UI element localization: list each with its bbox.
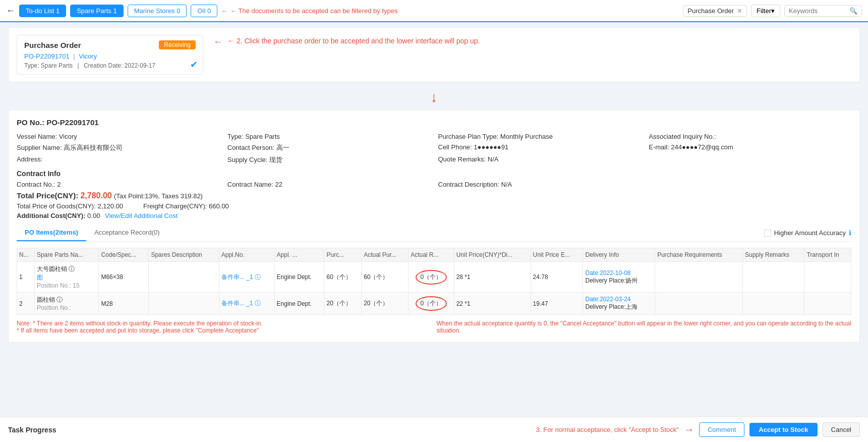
email-value: 244●●●●72@qq.com (671, 143, 733, 151)
row1-spares-desc (149, 262, 219, 293)
plan-type-value: Monthly Purchase (500, 133, 553, 140)
row1-img-icon: 图 (37, 273, 97, 282)
row2-actual-r[interactable]: 0（个） (409, 293, 454, 315)
row1-purchase-req (655, 262, 743, 293)
quote-remarks-value: N/A (488, 155, 499, 163)
filter-hint-text: ← The documents to be accepted can be fi… (230, 7, 397, 15)
po-card-id[interactable]: PO-P22091701 (24, 52, 70, 60)
row2-code: M28 (99, 293, 149, 315)
info-grid-2: Supplier Name: 高乐高科技有限公司 Contact Person:… (17, 143, 851, 152)
row2-purchase-req (655, 293, 743, 315)
po-card-supplier[interactable]: Vicory (79, 52, 97, 60)
po-card-header: Purchase Order Receiving (24, 40, 196, 49)
info-grid-3: Address: Supply Cycle: 现货 Quote Remarks:… (17, 155, 851, 164)
col-spares-desc: Spares Description (149, 248, 219, 262)
po-card[interactable]: Purchase Order Receiving PO-P22091701 | … (17, 35, 203, 75)
tab-list: PO Items(2items) Acceptance Record(0) (17, 225, 168, 241)
items-table: N... Spare Parts Na... Code/Spec... Spar… (17, 248, 851, 315)
goods-price: Total Price of Goods(CNY): 2,120.00 (17, 202, 123, 210)
row1-position: Position No.: 15 (37, 282, 97, 289)
filter-button[interactable]: Filter▾ (751, 5, 780, 17)
quote-remarks-info: Quote Remarks: N/A (438, 155, 641, 164)
row2-spare-name: 圆柱销 ⓘ (37, 296, 97, 304)
row1-appl-no[interactable]: 备件串... _1 ⓘ (219, 262, 274, 293)
row2-unit-price-di: 22 *1 (454, 293, 531, 315)
back-button[interactable]: ← (6, 6, 15, 16)
po-card-check-icon: ✔ (190, 59, 198, 70)
vessel-value: Vicory (59, 133, 77, 140)
contract-grid: Contract No.: 2 Contract Name: 22 Contra… (17, 181, 851, 188)
supplier-info: Supplier Name: 高乐高科技有限公司 (17, 143, 219, 152)
col-no: N... (17, 248, 35, 262)
contract-no-value: 2 (57, 181, 61, 188)
tabs-row: PO Items(2items) Acceptance Record(0) Hi… (17, 225, 851, 242)
supply-cycle-label: Supply Cycle: (227, 156, 267, 163)
po-filter-close-icon[interactable]: ✕ (737, 7, 742, 15)
cell-info: Cell Phone: 1●●●●●●91 (438, 143, 641, 152)
col-appl-no: Appl.No. (219, 248, 274, 262)
email-label: E-mail: (649, 143, 669, 151)
filter-hint: ← ← The documents to be accepted can be … (221, 7, 397, 15)
address-info: Address: (17, 155, 219, 164)
po-card-creation-label: Creation Date: (84, 62, 123, 69)
search-input[interactable] (789, 7, 849, 15)
row2-delivery: Date:2022-03-24 Delivery Place:上海 (583, 293, 655, 315)
total-price-row: Total Price(CNY): 2,780.00 (Tax Point:13… (17, 191, 851, 200)
row2-supply-remarks (742, 293, 804, 315)
plan-type-info: Purchase Plan Type: Monthly Purchase (438, 133, 641, 140)
row2-actual-pur: 20（个） (362, 293, 409, 315)
row2-qty-circle: 0（个） (416, 296, 447, 311)
tab-marine-stores[interactable]: Marine Stores 0 (128, 5, 187, 17)
supplier-label: Supplier Name: (17, 144, 62, 151)
po-card-id-row: PO-P22091701 | Vicory (24, 52, 196, 60)
search-icon[interactable]: 🔍 (849, 7, 857, 15)
row1-actual-pur: 60（个） (362, 262, 409, 293)
row1-actual-r[interactable]: 0（个） (409, 262, 454, 293)
freight-charge: Freight Charge(CNY): 660.00 (143, 202, 229, 210)
top-bar: ← To-do List 1 Spare Parts 1 Marine Stor… (0, 0, 868, 22)
row1-delivery-place: Delivery Place:扬州 (585, 277, 653, 285)
tab-acceptance-record[interactable]: Acceptance Record(0) (86, 225, 167, 241)
additional-cost-label: Additional Cost(CNY): (17, 212, 85, 219)
contract-name-value: 22 (275, 181, 282, 188)
quote-remarks-label: Quote Remarks: (438, 155, 486, 163)
freight-value: 660.00 (209, 202, 229, 210)
tab-todo[interactable]: To-do List 1 (19, 5, 66, 17)
row1-purc: 60（个） (324, 262, 362, 293)
row2-unit-price-e: 19.47 (531, 293, 583, 315)
tab-spare-parts[interactable]: Spare Parts 1 (70, 5, 124, 17)
contact-value: 高一 (276, 144, 290, 151)
total-price-label: Total Price(CNY): (17, 191, 78, 200)
row1-delivery: Date:2022-10-08 Delivery Place:扬州 (583, 262, 655, 293)
row1-unit-price-di: 28 *1 (454, 262, 531, 293)
accuracy-checkbox[interactable] (764, 230, 771, 237)
po-card-type: Spare Parts (41, 62, 73, 69)
col-supply-remarks: Supply Remarks (742, 248, 804, 262)
vessel-label: Vessel Name: (17, 133, 57, 140)
col-transport-in: Transport In (804, 248, 851, 262)
row2-transport-in (804, 293, 851, 315)
contract-no-label: Contract No.: (17, 181, 55, 188)
arrow-left-icon: ← (221, 7, 228, 15)
row1-qty-circle: 0（个） (416, 270, 447, 285)
search-box: 🔍 (784, 5, 862, 17)
table-header-row: N... Spare Parts Na... Code/Spec... Spar… (17, 248, 851, 262)
row2-appl-no[interactable]: 备件串... _1 ⓘ (219, 293, 274, 315)
row2-name: 圆柱销 ⓘ Position No.: (34, 293, 99, 315)
tax-info: (Tax Point:13%, Taxes 319.82) (114, 192, 203, 200)
tab-po-items[interactable]: PO Items(2items) (17, 225, 86, 241)
cell-label: Cell Phone: (438, 143, 472, 151)
row1-transport-in (804, 262, 851, 293)
tab-oil[interactable]: Oil 0 (191, 5, 217, 17)
supplier-value: 高乐高科技有限公司 (64, 144, 123, 151)
col-purc: Purc... (324, 248, 362, 262)
view-edit-link[interactable]: View/Edit Additional Cost (105, 212, 178, 219)
contract-no-info: Contract No.: 2 (17, 181, 219, 188)
type-info: Type: Spare Parts (227, 133, 430, 140)
email-info: E-mail: 244●●●●72@qq.com (649, 143, 851, 152)
freight-label: Freight Charge(CNY): (143, 202, 207, 210)
notes-section: Note: * There are 2 items without stock-… (17, 320, 851, 334)
step2-hint: ← ← 2. Click the purchase order to be ac… (213, 35, 480, 47)
accuracy-row: Higher Amount Accuracy ℹ (764, 229, 851, 237)
row2-spares-desc (149, 293, 219, 315)
